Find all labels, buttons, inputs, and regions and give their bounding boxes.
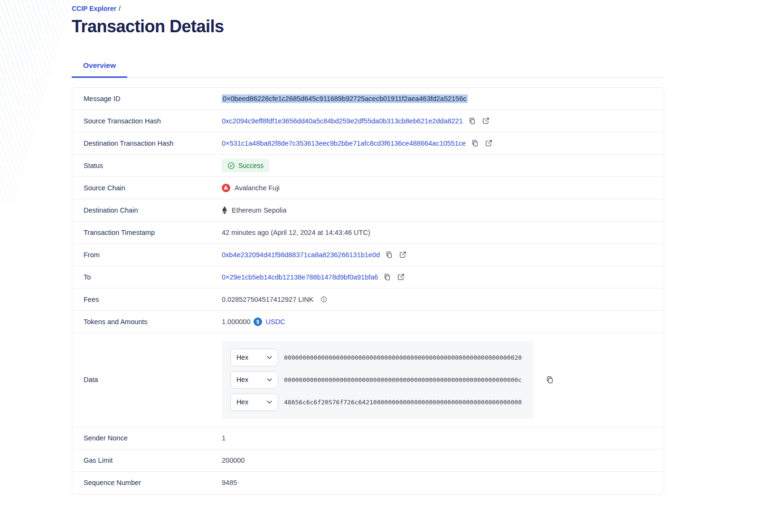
data-encoding-value: Hex (236, 398, 248, 406)
detail-row-source-chain: Source Chain Avalanche Fuji (72, 177, 664, 199)
row-label: From (72, 251, 222, 259)
detail-row-data: Data Hex 0000000000000000000000000000000… (72, 333, 664, 427)
external-link-icon[interactable] (398, 250, 407, 259)
row-label: Sender Nonce (72, 434, 222, 442)
detail-row-tokens: Tokens and Amounts 1.000000 $ USDC (72, 311, 664, 333)
data-line: Hex 48656c6c6f20576f726c6421000000000000… (230, 393, 525, 411)
data-panel: Hex 000000000000000000000000000000000000… (222, 341, 534, 419)
data-encoding-value: Hex (236, 354, 248, 361)
status-badge-label: Success (238, 162, 264, 169)
copy-icon[interactable] (471, 139, 480, 148)
external-link-icon[interactable] (484, 139, 493, 148)
row-label: Transaction Timestamp (72, 229, 222, 236)
detail-row-source-tx-hash: Source Transaction Hash 0xc2094c9eff8fdf… (72, 110, 664, 132)
dest-chain-name: Ethereum Sepolia (232, 206, 286, 214)
chevron-down-icon (267, 356, 272, 359)
token-link[interactable]: USDC (265, 318, 285, 326)
info-icon[interactable] (320, 295, 328, 304)
breadcrumb-separator: / (119, 5, 121, 12)
data-hex-line: 0000000000000000000000000000000000000000… (284, 354, 522, 361)
detail-row-sender-nonce: Sender Nonce 1 (72, 427, 664, 449)
tab-bar: Overview (72, 56, 664, 78)
data-encoding-select[interactable]: Hex (230, 393, 278, 411)
status-badge: Success (222, 159, 269, 172)
data-hex-line: 0000000000000000000000000000000000000000… (284, 376, 522, 383)
source-tx-hash-link[interactable]: 0xc2094c9eff8fdf1e3656dd40a5c84bd259e2df… (222, 117, 463, 125)
breadcrumb: CCIP Explorer/ (72, 5, 664, 13)
sender-nonce-value: 1 (222, 434, 226, 442)
transaction-details-card: Message ID 0×0beed86228cfe1c2685d645c911… (72, 87, 664, 495)
detail-row-timestamp: Transaction Timestamp 42 minutes ago (Ap… (72, 222, 664, 244)
ethereum-sepolia-icon (222, 206, 227, 215)
data-line: Hex 000000000000000000000000000000000000… (230, 349, 525, 366)
row-label: Destination Transaction Hash (72, 140, 222, 147)
detail-row-to: To 0×29e1cb5eb14cdb12138e788b1478d9bf0a9… (72, 266, 664, 289)
copy-icon[interactable] (383, 272, 392, 281)
data-encoding-select[interactable]: Hex (230, 371, 278, 389)
copy-icon[interactable] (468, 116, 477, 125)
row-label: Fees (72, 296, 222, 303)
copy-icon[interactable] (545, 375, 555, 384)
token-amount: 1.000000 (222, 318, 250, 326)
detail-row-from: From 0xb4e232094d41f98d88371ca8a82362661… (72, 244, 664, 266)
detail-row-status: Status Success (72, 155, 664, 177)
copy-icon[interactable] (385, 250, 394, 259)
avalanche-fuji-icon (222, 184, 230, 192)
row-label: To (72, 273, 222, 281)
row-label: Status (72, 162, 222, 169)
check-circle-icon (227, 162, 235, 169)
message-id-value: 0×0beed86228cfe1c2685d645c911689b92725ac… (222, 94, 468, 103)
external-link-icon[interactable] (396, 272, 405, 281)
row-label: Data (72, 376, 222, 383)
svg-text:$: $ (257, 319, 260, 325)
tab-overview[interactable]: Overview (72, 56, 127, 78)
data-hex-line: 48656c6c6f20576f726c64210000000000000000… (284, 399, 522, 406)
row-label: Source Transaction Hash (72, 117, 222, 125)
detail-row-dest-tx-hash: Destination Transaction Hash 0×531c1a48b… (72, 132, 664, 155)
detail-row-gas-limit: Gas Limit 200000 (72, 449, 664, 472)
data-encoding-value: Hex (236, 376, 248, 383)
row-label: Tokens and Amounts (72, 318, 222, 326)
external-link-icon[interactable] (481, 116, 490, 125)
detail-row-dest-chain: Destination Chain Ethereum Sepolia (72, 199, 664, 222)
sequence-number-value: 9485 (222, 479, 237, 486)
row-label: Source Chain (72, 184, 222, 192)
usdc-icon: $ (254, 317, 262, 326)
to-address-link[interactable]: 0×29e1cb5eb14cdb12138e788b1478d9bf0a91bf… (222, 273, 378, 281)
row-label: Message ID (72, 95, 222, 103)
chevron-down-icon (267, 401, 272, 404)
data-line: Hex 000000000000000000000000000000000000… (230, 371, 525, 389)
from-address-link[interactable]: 0xb4e232094d41f98d88371ca8a8236266131b1e… (222, 251, 380, 259)
source-chain-name: Avalanche Fuji (235, 184, 280, 192)
chevron-down-icon (267, 378, 272, 382)
page-title: Transaction Details (72, 17, 664, 37)
timestamp-value: 42 minutes ago (April 12, 2024 at 14:43:… (222, 229, 370, 236)
page-container: CCIP Explorer/ Transaction Details Overv… (72, 0, 664, 495)
data-encoding-select[interactable]: Hex (230, 349, 278, 366)
dest-tx-hash-link[interactable]: 0×531c1a48ba82f8de7c353613eec9b2bbe71afc… (222, 140, 466, 147)
detail-row-fees: Fees 0.028527504517412927 LINK (72, 289, 664, 311)
row-label: Sequence Number (72, 479, 222, 486)
row-label: Destination Chain (72, 206, 222, 214)
fees-value: 0.028527504517412927 LINK (222, 296, 314, 303)
detail-row-sequence-number: Sequence Number 9485 (72, 472, 664, 494)
detail-row-message-id: Message ID 0×0beed86228cfe1c2685d645c911… (72, 88, 664, 110)
row-label: Gas Limit (72, 457, 222, 464)
breadcrumb-link-ccip-explorer[interactable]: CCIP Explorer (72, 5, 116, 12)
gas-limit-value: 200000 (222, 457, 245, 464)
